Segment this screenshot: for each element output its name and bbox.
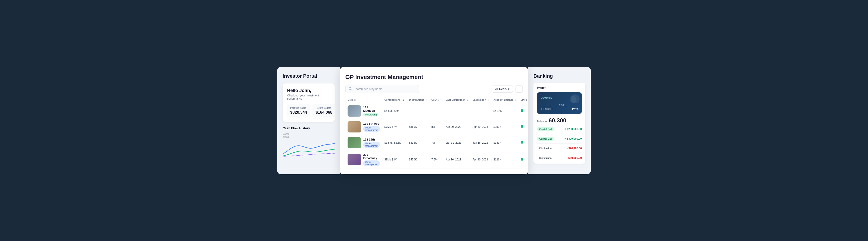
deal-name: 220 Broadway <box>363 153 380 160</box>
chart-label-200k: $200 k <box>283 136 289 139</box>
screen-wrapper: Investor Portal Hello John, Check out yo… <box>277 67 591 174</box>
deal-account-balance: $4.45M <box>491 103 518 119</box>
deal-last-distribution: Apr 30, 2023 <box>444 119 470 135</box>
banking-title: Banking <box>533 73 585 79</box>
deal-coc: - <box>429 103 443 119</box>
col-details: Details <box>345 97 382 103</box>
deal-last-distribution: - <box>444 103 470 119</box>
table-row[interactable]: 111 Madison Fundraising $4.5M / $6M - - … <box>345 103 528 119</box>
all-deals-dropdown[interactable]: All Deals ▾ <box>492 85 513 93</box>
tx-type-badge: Distribution <box>537 156 554 160</box>
more-options-button[interactable]: ⋮ <box>516 85 523 93</box>
tx-amount: + $250,600.00 <box>564 128 582 131</box>
col-account-balance[interactable]: Account Balance ▾ <box>491 97 518 103</box>
search-icon <box>349 87 352 91</box>
investor-portal-panel: Investor Portal Hello John, Check out yo… <box>277 67 340 174</box>
transaction-row: Distribution -$24,900.00 <box>537 146 582 150</box>
balance-value: 60,300 <box>549 117 566 124</box>
balance-label: Balance <box>537 120 547 123</box>
deal-account-balance: $189K <box>491 135 518 150</box>
portfolio-value: $820,344 <box>290 110 307 115</box>
tx-amount: -$50,300.00 <box>567 157 582 160</box>
deal-coc: 7.5% <box>429 150 443 169</box>
hello-card: Hello John, Check out your investment pe… <box>283 83 335 122</box>
col-coc[interactable]: CoC% ▾ <box>429 97 443 103</box>
tx-type-badge: Capital Call <box>537 137 554 141</box>
deal-last-distribution: Jan 31, 2023 <box>444 135 470 150</box>
cash-flow-title: Cash Flow History <box>283 127 335 130</box>
search-bar-row: Search deals by name All Deals ▾ ⋮ <box>345 85 523 93</box>
deal-contributions: $3.5M / $3.5M <box>382 135 407 150</box>
search-placeholder: Search deals by name <box>353 87 382 91</box>
return-value-box: Return to date $164,068 <box>312 104 336 117</box>
svg-point-0 <box>349 87 351 89</box>
transaction-row: Capital Call + $250,600.00 <box>537 127 582 131</box>
deal-lp-portal <box>519 135 528 150</box>
greeting-subtitle: Check out your investment performance <box>287 94 330 100</box>
deal-distributions: $318K <box>407 135 429 150</box>
deal-last-report: Jan 15, 2023 <box>470 135 491 150</box>
cash-flow-chart <box>283 140 335 158</box>
return-value: $164,068 <box>315 110 332 115</box>
deal-lp-portal <box>519 103 528 119</box>
tx-type-badge: Capital Call <box>537 127 554 131</box>
deals-table: Details Contributions ▲ Distributions ▾ … <box>345 97 528 169</box>
return-label: Return to date <box>315 106 332 109</box>
wallet-section: Wallet covercy .... .... .... 2561 JOHN … <box>533 82 585 164</box>
table-row[interactable]: 130 5th Ave Under management $7M / $7M $… <box>345 119 528 135</box>
gp-investment-title: GP Investment Management <box>345 74 523 80</box>
col-lp-portal[interactable]: LP Portal ▾ <box>519 97 528 103</box>
portfolio-value-box: Portfolio Value $820,344 <box>287 104 310 117</box>
cash-flow-section: Cash Flow History $300 k $200 k <box>283 127 335 158</box>
deal-coc: 8% <box>429 119 443 135</box>
chart-label-300k: $300 k <box>283 133 289 135</box>
deal-distributions: - <box>407 103 429 119</box>
stats-row: Portfolio Value $820,344 Return to date … <box>287 104 330 117</box>
deal-details-cell: 220 Broadway Under management <box>345 150 382 169</box>
deal-account-balance: $126K <box>491 150 518 169</box>
deal-account-balance: $352K <box>491 119 518 135</box>
deal-badge: Under management <box>363 161 380 166</box>
portfolio-label: Portfolio Value <box>290 106 307 109</box>
deal-last-distribution: Apr 30, 2023 <box>444 150 470 169</box>
deal-lp-portal <box>519 150 528 169</box>
deal-last-report: Apr 30, 2023 <box>470 150 491 169</box>
col-last-report[interactable]: Last Report ▾ <box>470 97 491 103</box>
bank-card-number: .... .... .... 2561 <box>540 104 578 107</box>
banking-panel: Banking Wallet covercy .... .... .... 25… <box>528 67 591 174</box>
search-box[interactable]: Search deals by name <box>345 85 419 93</box>
greeting-text: Hello John, <box>287 88 330 93</box>
bank-card-network: VISA <box>572 107 579 111</box>
deal-details-cell: 111 Madison Fundraising <box>345 103 382 119</box>
tx-type-badge: Distribution <box>537 146 554 150</box>
wallet-label: Wallet <box>537 86 582 90</box>
col-distributions[interactable]: Distributions ▾ <box>407 97 429 103</box>
deal-distributions: $450K <box>407 150 429 169</box>
deal-last-report: Apr 30, 2023 <box>470 119 491 135</box>
deal-last-report: - <box>470 103 491 119</box>
deal-name: 130 5th Ave <box>363 122 380 125</box>
col-last-distribution[interactable]: Last Distribution ▾ <box>444 97 470 103</box>
table-row[interactable]: 220 Broadway Under management $3M / $3M … <box>345 150 528 169</box>
deal-badge: Under management <box>363 142 380 148</box>
col-contributions[interactable]: Contributions ▲ <box>382 97 407 103</box>
chevron-down-icon: ▾ <box>508 87 509 91</box>
svg-line-1 <box>351 89 351 90</box>
deal-details-cell: 130 5th Ave Under management <box>345 119 382 135</box>
transaction-row: Distribution -$50,300.00 <box>537 156 582 160</box>
deal-contributions: $3M / $3M <box>382 150 407 169</box>
deal-distributions: $560K <box>407 119 429 135</box>
deal-badge: Fundraising <box>363 113 378 116</box>
transactions-list: Capital Call + $250,600.00 Capital Call … <box>537 127 582 160</box>
deal-contributions: $4.5M / $6M <box>382 103 407 119</box>
deal-details-cell: 172 15th Under management <box>345 135 382 150</box>
deal-badge: Under management <box>363 126 380 132</box>
gp-investment-panel: GP Investment Management Search deals by… <box>340 67 528 174</box>
investor-portal-title: Investor Portal <box>283 73 335 79</box>
bank-card: covercy .... .... .... 2561 JOHN SMITH V… <box>537 92 582 114</box>
transaction-row: Capital Call + $300,000.00 <box>537 137 582 141</box>
filter-label: All Deals <box>495 87 506 91</box>
table-row[interactable]: 172 15th Under management $3.5M / $3.5M … <box>345 135 528 150</box>
deal-coc: 7% <box>429 135 443 150</box>
deal-contributions: $7M / $7M <box>382 119 407 135</box>
